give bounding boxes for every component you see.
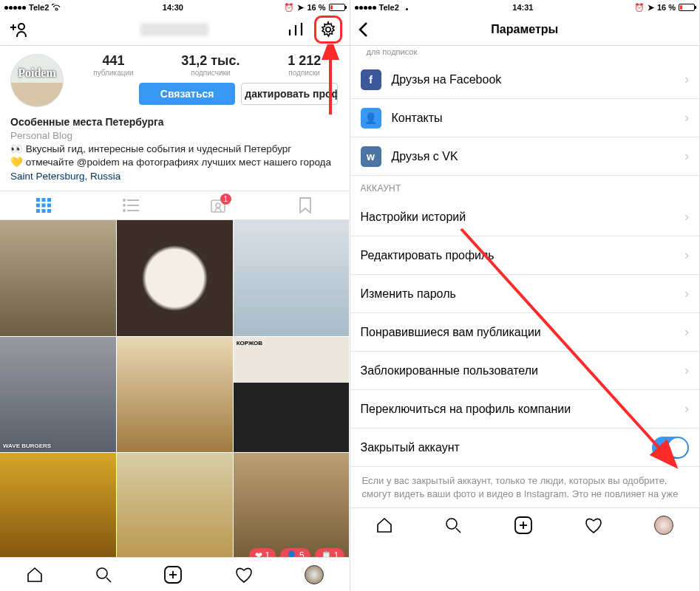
feed-cell[interactable] [117, 337, 233, 453]
tab-saved[interactable] [262, 191, 349, 219]
chevron-right-icon: › [684, 72, 689, 87]
row-private-account: Закрытый аккаунт [350, 428, 700, 467]
feed-cell[interactable]: BIG KITCHEN [117, 453, 233, 557]
profile-screen: Tele2 14:30 ⏰ ➤ 16 % [0, 0, 350, 591]
svg-point-24 [97, 568, 107, 578]
feed-cell[interactable]: " КОРЖОВ " ❤ 1 👤 5 📋 1 [234, 453, 350, 557]
svg-rect-11 [42, 203, 46, 207]
svg-rect-9 [47, 198, 51, 202]
svg-point-2 [18, 24, 24, 30]
svg-rect-12 [47, 203, 51, 207]
stat-followers[interactable]: 31,2 тыс.подписчики [181, 53, 239, 77]
tab-tagged[interactable]: 1 [174, 191, 262, 219]
private-toggle[interactable] [652, 437, 689, 459]
feed-cell[interactable] [0, 453, 116, 557]
chevron-right-icon: › [684, 110, 689, 126]
bio-line-2: 💛 отмечайте @poidem на фотографиях лучши… [10, 156, 339, 169]
search-icon[interactable] [444, 516, 462, 534]
feed-tabs: 1 [0, 191, 350, 220]
avatar[interactable]: Poidem [10, 54, 64, 107]
time-label: 14:31 [512, 3, 533, 12]
home-icon[interactable] [376, 516, 393, 534]
contact-button[interactable]: Связаться [139, 83, 235, 105]
gear-icon [319, 21, 337, 38]
nav-bar: Параметры [350, 13, 700, 46]
svg-line-31 [456, 528, 461, 533]
chevron-right-icon: › [684, 401, 689, 417]
feed-cell[interactable] [117, 220, 233, 336]
search-icon[interactable] [95, 566, 112, 584]
bottom-nav [350, 508, 700, 542]
tab-list[interactable] [87, 191, 174, 219]
chevron-right-icon: › [684, 148, 689, 164]
stat-following[interactable]: 1 212подписки [288, 53, 321, 77]
settings-gear-highlighted[interactable] [314, 16, 342, 44]
bio-line-1: 👀 Вкусный гид, интересные события и чуде… [10, 143, 339, 156]
feed-cell[interactable]: КОРЖОВ [234, 337, 350, 453]
row-friends-vk[interactable]: w Друзья с VK › [350, 137, 700, 176]
activity-pill[interactable]: ❤ 1 👤 5 📋 1 [249, 548, 344, 557]
row-liked-posts[interactable]: Понравившиеся вам публикации› [350, 313, 700, 352]
display-name: Особенные места Петербурга [10, 115, 339, 129]
location-icon: ➤ [648, 3, 654, 13]
row-friends-facebook[interactable]: f Друзья на Facebook › [350, 61, 700, 99]
new-post-icon[interactable] [514, 516, 533, 535]
svg-line-25 [106, 578, 111, 582]
row-contacts[interactable]: 👤 Контакты › [350, 99, 700, 137]
chevron-right-icon: › [684, 286, 689, 301]
location-icon: ➤ [297, 3, 304, 13]
contacts-icon: 👤 [361, 108, 381, 129]
facebook-icon: f [361, 69, 381, 90]
signal-dots-icon [355, 6, 376, 10]
section-cut-followers: для подписок [350, 46, 700, 61]
row-change-password[interactable]: Изменить пароль› [350, 275, 700, 313]
avatar-text: Poidem [18, 66, 56, 80]
bottom-nav [0, 557, 350, 591]
svg-point-23 [216, 203, 220, 208]
svg-rect-14 [42, 209, 46, 213]
chevron-right-icon: › [684, 209, 689, 225]
new-post-icon[interactable] [163, 565, 183, 584]
row-blocked-users[interactable]: Заблокированные пользователи› [350, 352, 700, 390]
svg-rect-15 [47, 209, 51, 213]
svg-rect-10 [36, 203, 40, 207]
carrier-label: Tele2 [379, 3, 399, 12]
row-edit-profile[interactable]: Редактировать профиль› [350, 236, 700, 275]
home-icon[interactable] [26, 566, 44, 584]
battery-pct-label: 16 % [657, 3, 676, 12]
row-switch-business[interactable]: Переключиться на профиль компании› [350, 390, 700, 428]
feed-cell[interactable] [234, 220, 350, 336]
vk-icon: w [361, 146, 381, 167]
profile-avatar-icon[interactable] [654, 516, 673, 535]
svg-point-20 [123, 210, 125, 211]
add-person-icon[interactable] [7, 21, 27, 38]
stat-posts[interactable]: 441публикации [93, 53, 133, 77]
activity-icon[interactable] [584, 516, 603, 534]
location-link[interactable]: Saint Petersburg, Russia [10, 170, 339, 183]
svg-rect-8 [42, 198, 46, 202]
alarm-icon: ⏰ [634, 3, 645, 13]
edit-profile-button[interactable]: дактировать профил [241, 83, 337, 105]
feed-cell[interactable]: WAVE BURGERS [0, 337, 116, 453]
svg-point-30 [446, 519, 457, 529]
row-story-settings[interactable]: Настройки историй› [350, 198, 700, 236]
tagged-badge: 1 [220, 194, 231, 205]
back-button[interactable] [358, 21, 368, 38]
chevron-right-icon: › [684, 247, 689, 263]
tab-grid[interactable] [0, 191, 87, 219]
stats-row: 441публикации 31,2 тыс.подписчики 1 212п… [69, 53, 345, 77]
wifi-icon [402, 4, 412, 11]
private-hint: Если у вас закрытый аккаунт, только те л… [350, 467, 700, 508]
profile-avatar-icon[interactable] [305, 565, 324, 584]
carrier-label: Tele2 [29, 3, 49, 12]
insights-icon[interactable] [288, 22, 304, 37]
signal-dots-icon [4, 6, 26, 10]
battery-icon [679, 4, 695, 11]
battery-icon [329, 4, 345, 11]
nav-bar [0, 13, 350, 46]
feed-cell[interactable] [0, 220, 116, 336]
svg-point-18 [123, 205, 125, 206]
time-label: 14:30 [163, 3, 183, 12]
status-bar: Tele2 14:31 ⏰ ➤ 16 % [350, 0, 700, 13]
activity-icon[interactable] [234, 566, 254, 584]
